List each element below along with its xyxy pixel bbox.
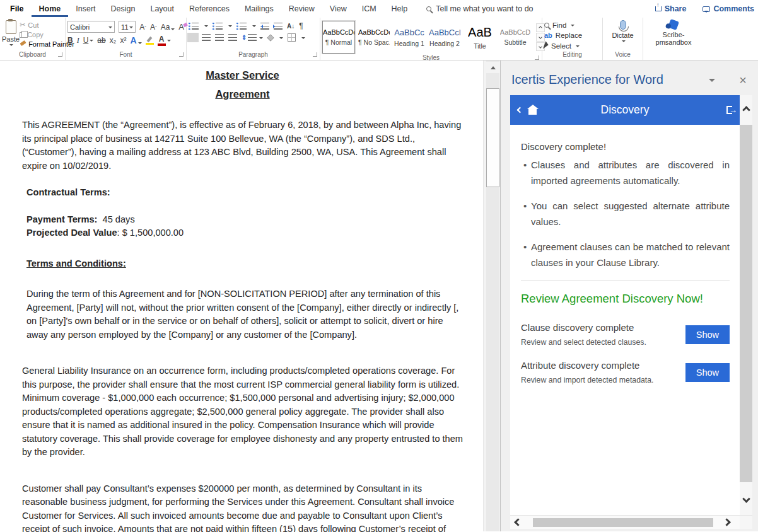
align-center-icon[interactable] [202,34,211,41]
borders-icon[interactable] [288,33,296,42]
panel-horizontal-scrollbar[interactable] [510,515,752,529]
line-spacing-icon[interactable]: ⇕ [242,34,263,41]
scribe-addin-button[interactable]: Scribe- pmsandbox [645,19,702,46]
show-clauses-button[interactable]: Show [685,325,730,344]
heading-terms-and-conditions: Terms and Conditions: [26,257,463,271]
style-normal[interactable]: AaBbCcDd ¶ Normal [322,21,355,54]
panel-scroll-down-button[interactable] [740,482,752,515]
font-color-button[interactable]: A [158,35,166,46]
font-name-combo[interactable]: Calibri [67,21,115,33]
multilevel-list-caret-icon[interactable] [252,25,256,29]
numbered-list-caret-icon[interactable] [228,25,232,29]
find-button[interactable]: Find [544,21,582,29]
align-right-icon[interactable] [215,34,224,41]
align-left-icon[interactable] [189,34,197,41]
select-button[interactable]: Select [544,42,582,50]
paste-caret-icon [9,44,13,48]
multilevel-list-icon[interactable] [236,23,247,30]
style-title[interactable]: AaB Title [464,21,496,54]
show-attributes-button[interactable]: Show [685,363,730,382]
borders-caret-icon[interactable] [301,37,305,41]
copy-label: Copy [27,31,44,38]
paragraph-general-liability: General Liability Insurance on an occurr… [22,364,463,460]
change-case-button[interactable]: Aa [161,23,175,31]
show-paragraph-marks-icon[interactable]: ¶ [299,21,303,30]
document-scroll-up-button[interactable] [486,62,499,73]
grow-font-button[interactable]: Aˆ [139,23,146,31]
tab-icm[interactable]: ICM [354,1,384,17]
strikethrough-button[interactable]: ab [97,37,105,44]
text-effects-button[interactable]: A [130,36,141,45]
paste-button[interactable]: Paste [2,19,20,47]
panel-scroll-left-button[interactable] [514,518,522,526]
shrink-font-button[interactable]: Aˇ [150,23,157,31]
shading-caret-icon[interactable] [279,37,283,41]
scrollbar-corner [740,516,752,529]
paste-label: Paste [2,35,20,43]
document-area: Master Service Agreement This AGREEMENT … [0,61,500,531]
style-subtitle[interactable]: AaBbCcD Subtitle [499,21,532,54]
bullet-item: • You can select suggested alternate att… [521,198,730,229]
superscript-button[interactable]: x² [120,37,126,44]
down-chevron-icon [742,495,750,503]
title-line-2: Agreement [215,88,269,100]
tell-me-search[interactable]: Tell me what you want to do [426,4,533,13]
bullet-list-icon[interactable] [189,23,199,30]
dictate-button[interactable]: Dictate [605,19,641,43]
share-label: Share [665,4,687,13]
taskpane-menu-caret-icon[interactable] [709,79,715,85]
share-button[interactable]: Share [655,4,687,13]
tab-home[interactable]: Home [32,1,69,17]
comments-button[interactable]: Comments [703,4,754,13]
tab-help[interactable]: Help [384,1,416,17]
sign-out-icon[interactable] [726,106,732,114]
bullet-list-caret-icon[interactable] [204,25,208,29]
select-caret-icon [576,45,580,49]
align-justify-icon[interactable] [228,34,237,41]
style-preview: AaBbCcDd [358,28,390,36]
tab-design[interactable]: Design [103,1,143,17]
comments-label: Comments [713,4,754,13]
style-heading-1[interactable]: AaBbCc Heading 1 [393,21,426,54]
tab-file[interactable]: File [8,1,32,17]
search-icon [426,6,431,11]
tab-mailings[interactable]: Mailings [237,1,281,17]
tab-references[interactable]: References [182,1,237,17]
tab-layout[interactable]: Layout [143,1,182,17]
numbered-list-icon[interactable] [213,23,223,30]
paragraph-dialog-launcher-icon[interactable] [313,52,317,57]
tab-view[interactable]: View [322,1,354,17]
tab-insert[interactable]: Insert [68,1,103,17]
paragraph-payment-penalty: Customer shall pay Consultant’s expenses… [22,482,463,532]
replace-button[interactable]: ab Replace [544,32,582,39]
font-dialog-launcher-icon[interactable] [179,52,184,57]
italic-button[interactable]: I [77,37,79,44]
clipboard-dialog-launcher-icon[interactable] [58,52,62,57]
panel-scrollbar-track[interactable] [740,125,752,515]
paragraph-group: A↓ ¶ ⇕ Paragraph [187,18,320,60]
font-color-caret-icon[interactable] [167,40,171,43]
font-size-combo[interactable]: 11 [119,21,136,33]
editing-group: Find ab Replace Select Editing [542,18,603,60]
sort-icon[interactable]: A↓ [287,23,294,30]
subscript-button[interactable]: x₂ [110,37,117,44]
styles-dialog-launcher-icon[interactable] [535,55,539,60]
panel-hscrollbar-thumb[interactable] [533,518,713,527]
underline-button[interactable]: U [83,37,89,44]
shading-icon[interactable] [267,34,274,41]
style-heading-2[interactable]: AaBbCcD Heading 2 [428,21,461,54]
underline-caret-icon[interactable] [90,40,93,43]
increase-indent-icon[interactable] [274,23,283,30]
document-scrollbar-thumb[interactable] [486,88,499,187]
panel-scroll-right-button[interactable] [723,518,731,526]
decrease-indent-icon[interactable] [260,23,269,30]
style-no-spacing[interactable]: AaBbCcDd ¶ No Spac... [358,21,390,54]
taskpane-close-button[interactable]: × [739,74,747,86]
tab-review[interactable]: Review [281,1,322,17]
bold-button[interactable]: B [67,37,73,44]
highlight-color-button[interactable] [146,37,154,45]
panel-scroll-up-button[interactable] [740,95,752,125]
document-scrollbar[interactable] [483,61,500,531]
clear-formatting-button[interactable]: A [178,23,184,31]
document-page[interactable]: Master Service Agreement This AGREEMENT … [0,61,483,531]
